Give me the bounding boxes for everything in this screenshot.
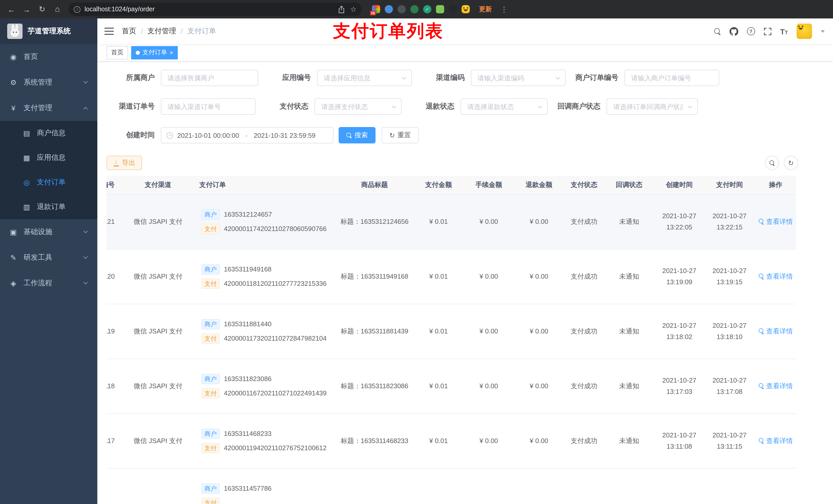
search-icon bbox=[759, 383, 764, 389]
sidebar-item-pay-order[interactable]: ◎ 支付订单 bbox=[0, 170, 97, 195]
yen-icon: ¥ bbox=[9, 104, 18, 112]
channel-order-no-input[interactable] bbox=[161, 98, 256, 115]
pay-tag: 支付 bbox=[201, 498, 220, 504]
sidebar-item-payment[interactable]: ¥ 支付管理 bbox=[0, 95, 97, 121]
browser-home-icon[interactable] bbox=[51, 3, 64, 15]
avatar-caret-icon[interactable] bbox=[821, 30, 825, 32]
extension-green-icon[interactable] bbox=[410, 5, 419, 13]
gear-icon: ⚙ bbox=[9, 78, 18, 87]
tab-home[interactable]: 首页 bbox=[106, 46, 128, 59]
pay-status-select[interactable] bbox=[314, 98, 402, 115]
browser-back-icon[interactable] bbox=[5, 3, 18, 15]
fullscreen-icon[interactable] bbox=[764, 27, 771, 35]
browser-forward-icon[interactable] bbox=[21, 3, 33, 15]
chevron-down-icon bbox=[84, 79, 88, 84]
font-size-icon[interactable] bbox=[780, 27, 788, 35]
channel-code-select[interactable] bbox=[471, 70, 566, 86]
pay-tag: 支付 bbox=[201, 443, 220, 453]
extension-dark-icon[interactable] bbox=[398, 5, 406, 13]
extension-blue-icon[interactable] bbox=[385, 5, 393, 13]
sidebar-item-infra[interactable]: ▣ 基础设施 bbox=[0, 219, 97, 245]
url-text[interactable]: localhost:1024/pay/order bbox=[85, 6, 334, 13]
profile-avatar-icon[interactable] bbox=[461, 5, 470, 13]
col-channel: 支付渠道 bbox=[121, 176, 195, 194]
tools-icon: ✎ bbox=[9, 254, 18, 262]
reset-button[interactable]: 重置 bbox=[382, 127, 419, 143]
refund-status-select[interactable] bbox=[460, 98, 548, 115]
refund-status-field bbox=[460, 98, 548, 115]
active-dot-icon bbox=[136, 50, 140, 54]
table-row: 119 微信 JSAPI 支付 商户1635311881440 支付420000… bbox=[106, 304, 796, 359]
sidebar-item-home[interactable]: ◉ 首页 bbox=[0, 44, 97, 70]
sidebar-item-system[interactable]: ⚙ 系统管理 bbox=[0, 70, 97, 95]
browser-update-button[interactable]: 更新 bbox=[479, 5, 492, 14]
table-row: 121 微信 JSAPI 支付 商户1635312124657 支付420000… bbox=[106, 194, 796, 249]
view-detail-link[interactable]: 查看详情 bbox=[759, 217, 793, 226]
search-button[interactable]: 搜索 bbox=[339, 127, 376, 143]
breadcrumb-home[interactable]: 首页 bbox=[122, 27, 136, 36]
sidebar-item-merchant-info[interactable]: ▤ 商户信息 bbox=[0, 121, 97, 145]
search-icon[interactable] bbox=[714, 28, 720, 34]
create-time-label: 创建时间 bbox=[106, 130, 161, 140]
col-notify-status: 回调状态 bbox=[603, 176, 655, 194]
export-button[interactable]: 导出 bbox=[106, 156, 142, 170]
breadcrumb-pay-order: 支付订单 bbox=[188, 27, 216, 36]
pay-status-field bbox=[314, 98, 402, 115]
merchant-order-no-input[interactable] bbox=[624, 70, 719, 86]
sidebar-item-workflow[interactable]: ◈ 工作流程 bbox=[0, 270, 97, 296]
merchant-tag: 商户 bbox=[201, 319, 220, 329]
extension-black-icon[interactable] bbox=[449, 5, 457, 13]
search-icon bbox=[769, 160, 775, 166]
merchant-tag: 商户 bbox=[201, 374, 220, 384]
sidebar-item-dev-tools[interactable]: ✎ 研发工具 bbox=[0, 245, 97, 270]
sidebar-item-app-info[interactable]: ▦ 应用信息 bbox=[0, 145, 97, 170]
sidebar-logo[interactable]: 芋道管理系统 bbox=[0, 19, 97, 44]
owner-merchant-input[interactable] bbox=[161, 70, 258, 86]
app-grid-icon: ▦ bbox=[23, 154, 31, 162]
extension-check-icon[interactable]: ✓ bbox=[423, 5, 431, 13]
view-detail-link[interactable]: 查看详情 bbox=[759, 272, 793, 281]
close-icon[interactable]: × bbox=[170, 49, 173, 55]
owner-merchant-label: 所属商户 bbox=[106, 73, 161, 82]
extension-colorful-icon[interactable]: 10 bbox=[372, 5, 380, 13]
sidebar-item-refund-order[interactable]: ▥ 退款订单 bbox=[0, 195, 97, 219]
user-avatar[interactable] bbox=[796, 24, 812, 39]
browser-chrome: localhost:1024/pay/order 10 ✓ 更新 bbox=[0, 0, 833, 19]
refresh-icon bbox=[389, 131, 395, 139]
merchant-order-no-field bbox=[624, 70, 719, 86]
search-icon bbox=[759, 328, 764, 334]
view-detail-link[interactable]: 查看详情 bbox=[759, 327, 793, 336]
pay-tag: 支付 bbox=[201, 388, 220, 398]
merchant-tag: 商户 bbox=[201, 209, 220, 219]
help-icon[interactable] bbox=[747, 27, 755, 35]
share-icon[interactable] bbox=[338, 5, 345, 13]
address-bar[interactable]: localhost:1024/pay/order bbox=[69, 3, 362, 16]
browser-menu-icon[interactable] bbox=[498, 3, 510, 15]
view-detail-link[interactable]: 查看详情 bbox=[759, 381, 793, 390]
clock-icon bbox=[166, 132, 173, 139]
bookmark-star-icon[interactable] bbox=[350, 5, 357, 14]
toggle-search-button[interactable] bbox=[765, 156, 779, 170]
extension-green-square-icon[interactable] bbox=[436, 5, 444, 13]
table-row: 120 微信 JSAPI 支付 商户1635311949168 支付420000… bbox=[106, 249, 796, 304]
chevron-down-icon bbox=[84, 229, 88, 233]
notify-status-select[interactable] bbox=[606, 98, 698, 115]
refund-order-icon: ▥ bbox=[23, 203, 31, 211]
sidebar: 芋道管理系统 ◉ 首页 ⚙ 系统管理 ¥ 支付管理 ▤ 商户信息 bbox=[0, 19, 97, 504]
site-info-icon[interactable] bbox=[74, 6, 80, 13]
app-no-select[interactable] bbox=[317, 70, 412, 86]
view-detail-link[interactable]: 查看详情 bbox=[759, 436, 793, 446]
hamburger-icon[interactable] bbox=[104, 28, 114, 35]
table-toolbar: 导出 bbox=[106, 156, 798, 170]
extensions-row: 10 ✓ bbox=[372, 5, 470, 13]
browser-reload-icon[interactable] bbox=[36, 3, 48, 15]
create-time-range-input[interactable]: 2021-10-01 00:00:00 - 2021-10-31 23:59:5… bbox=[161, 127, 334, 143]
date-end: 2021-10-31 23:59:59 bbox=[254, 131, 315, 139]
merchant-icon: ▤ bbox=[23, 129, 31, 137]
pay-tag: 支付 bbox=[201, 279, 220, 289]
tab-pay-order[interactable]: 支付订单 × bbox=[131, 46, 178, 59]
breadcrumb-pay-mgmt[interactable]: 支付管理 bbox=[147, 27, 176, 36]
table-row: 117 微信 JSAPI 支付 商户1635311468233 支付420000… bbox=[106, 413, 796, 468]
github-icon[interactable] bbox=[729, 27, 738, 35]
refresh-table-button[interactable] bbox=[784, 156, 798, 170]
